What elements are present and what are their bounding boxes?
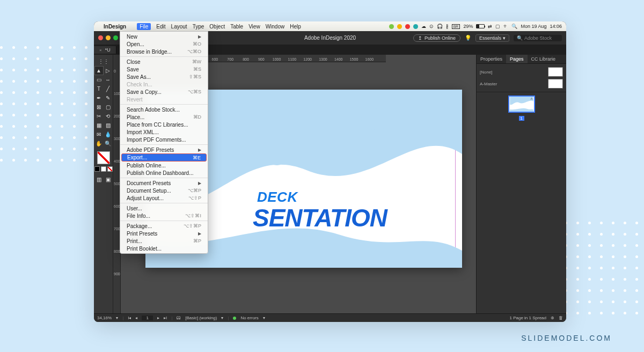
toolbox-handle-icon[interactable]: ⋮⋮ xyxy=(99,57,108,66)
spotlight-icon[interactable]: 🔍 xyxy=(511,24,517,29)
note-tool[interactable]: ✉ xyxy=(94,130,104,139)
menu-item-adjust-layout[interactable]: Adjust Layout...⌥⇧P xyxy=(120,194,208,202)
master-a-row[interactable]: A-Master xyxy=(480,78,563,90)
hand-tool[interactable]: ✋ xyxy=(94,139,104,148)
menu-item-file-info[interactable]: File Info...⌥⇧⌘I xyxy=(120,212,208,219)
statusbar: 34,16%▾ | I◂ ◂ 1 ▸ ▸I | 🕮 [Basic] (worki… xyxy=(94,313,566,322)
menu-item-new[interactable]: New▶ xyxy=(120,33,208,40)
pen-tool[interactable]: ✒ xyxy=(94,93,104,102)
tab-pages[interactable]: Pages xyxy=(506,55,528,63)
zoom-tool[interactable]: 🔍 xyxy=(104,139,113,148)
mac-menu-table[interactable]: Table xyxy=(230,24,243,30)
page-nav-input[interactable]: 1 xyxy=(142,316,152,320)
mac-menu-view[interactable]: View xyxy=(248,24,260,30)
gap-tool[interactable]: ↔ xyxy=(104,75,113,84)
menu-item-close[interactable]: Close⌘W xyxy=(120,58,208,65)
preflight-profile[interactable]: [Basic] (working) xyxy=(185,316,217,320)
trash-icon[interactable]: 🗑 xyxy=(559,316,563,320)
menu-item-search-adobe-stock[interactable]: Search Adobe Stock... xyxy=(120,106,208,113)
line-tool[interactable]: ╱ xyxy=(104,84,113,93)
apply-color-icon[interactable] xyxy=(94,166,100,172)
mac-menu-window[interactable]: Window xyxy=(266,24,285,30)
menu-item-place[interactable]: Place...⌘D xyxy=(120,113,208,121)
page-nav-prev-icon[interactable]: ◂ xyxy=(135,316,137,320)
fastswitch-icon[interactable]: ⇄ xyxy=(488,24,492,29)
fill-stroke-swatch[interactable] xyxy=(97,151,110,164)
menu-item-save[interactable]: Save⌘S xyxy=(120,65,208,73)
apply-none-icon[interactable] xyxy=(107,166,113,172)
page-tool[interactable]: ▭ xyxy=(94,75,104,84)
window-controls[interactable] xyxy=(98,35,118,40)
bluetooth-icon[interactable]: ∦ xyxy=(446,24,449,29)
menu-item-export[interactable]: Export...⌘E xyxy=(121,153,207,162)
menubar-date[interactable]: Mon 19 Aug xyxy=(521,24,546,29)
publish-online-button[interactable]: ↥Publish Online xyxy=(413,34,460,42)
menu-item-save-a-copy[interactable]: Save a Copy...⌥⌘S xyxy=(120,88,208,96)
language-badge[interactable]: BR xyxy=(452,24,460,29)
menu-item-document-presets[interactable]: Document Presets▶ xyxy=(120,179,208,187)
gradient-tool[interactable]: ▦ xyxy=(94,121,104,130)
preflight-errors[interactable]: No errors xyxy=(240,316,258,320)
selection-tool[interactable]: ▲ xyxy=(94,66,104,75)
mac-menu-help[interactable]: Help xyxy=(290,24,301,30)
workspace-select[interactable]: Essentials▾ xyxy=(475,34,509,42)
scissors-tool[interactable]: ✂ xyxy=(94,112,104,121)
document-tab-label: *U xyxy=(105,47,111,53)
menu-item-print-presets[interactable]: Print Presets▶ xyxy=(120,230,208,237)
pencil-tool[interactable]: ✎ xyxy=(104,93,113,102)
tab-properties[interactable]: Properties xyxy=(477,55,506,63)
wifi-icon[interactable]: ⊙ xyxy=(429,24,434,29)
mac-menu-type[interactable]: Type xyxy=(193,24,204,30)
eyedropper-tool[interactable]: 💧 xyxy=(104,130,113,139)
apply-gradient-icon[interactable] xyxy=(101,166,106,172)
zoom-level[interactable]: 34,16% xyxy=(97,316,112,320)
cloud-icon[interactable]: ☁ xyxy=(421,24,426,29)
headphones-icon[interactable]: 🎧 xyxy=(437,24,443,29)
page-thumbnail[interactable]: A xyxy=(508,96,535,113)
menu-item-publish-online-dashboard[interactable]: Publish Online Dashboard... xyxy=(120,169,208,177)
type-tool[interactable]: T xyxy=(94,84,104,93)
menu-item-print[interactable]: Print...⌘P xyxy=(120,237,208,245)
document-tab[interactable]: × *U xyxy=(94,46,116,54)
close-window-icon[interactable] xyxy=(98,35,103,40)
master-none-row[interactable]: [None] xyxy=(480,66,563,78)
menu-item-print-booklet[interactable]: Print Booklet... xyxy=(120,245,208,252)
mac-menu-edit[interactable]: Edit xyxy=(156,24,165,30)
wifi-icon[interactable]: ᯤ xyxy=(503,24,508,29)
menu-item-user[interactable]: User... xyxy=(120,204,208,212)
preflight-menu-icon[interactable]: 🕮 xyxy=(177,316,181,320)
menu-item-document-setup[interactable]: Document Setup...⌥⌘P xyxy=(120,187,208,194)
menu-item-place-from-cc-libraries[interactable]: Place from CC Libraries... xyxy=(120,121,208,128)
page-nav-last-icon[interactable]: ▸I xyxy=(164,316,167,320)
view-mode-normal[interactable]: ▥ xyxy=(94,175,104,184)
transform-tool[interactable]: ⟲ xyxy=(104,112,113,121)
stock-search-input[interactable]: 🔍Adobe Stock xyxy=(514,35,562,41)
rectangle-frame-tool[interactable]: ⊠ xyxy=(94,102,104,112)
view-mode-preview[interactable]: ▣ xyxy=(104,175,113,184)
rectangle-tool[interactable]: ▢ xyxy=(104,102,113,112)
page-number-badge[interactable]: 1 xyxy=(519,116,524,121)
menu-item-package[interactable]: Package...⌥⇧⌘P xyxy=(120,222,208,230)
page-nav-next-icon[interactable]: ▸ xyxy=(157,316,159,320)
close-tab-icon[interactable]: × xyxy=(99,48,102,53)
menu-item-publish-online[interactable]: Publish Online... xyxy=(120,162,208,169)
menu-item-save-as[interactable]: Save As...⇧⌘S xyxy=(120,73,208,80)
menu-item-adobe-pdf-presets[interactable]: Adobe PDF Presets▶ xyxy=(120,146,208,153)
gradient-feather-tool[interactable]: ▨ xyxy=(104,121,113,130)
zoom-window-icon[interactable] xyxy=(113,35,118,40)
tab-cc-libraries[interactable]: CC Librarie xyxy=(528,55,560,63)
menu-item-open[interactable]: Open...⌘O xyxy=(120,40,208,48)
airplay-icon[interactable]: ▢ xyxy=(495,24,500,29)
new-page-icon[interactable]: ⊕ xyxy=(551,316,554,320)
minimize-window-icon[interactable] xyxy=(106,35,111,40)
menu-item-browse-in-bridge[interactable]: Browse in Bridge...⌥⌘O xyxy=(120,48,208,55)
menu-item-import-xml[interactable]: Import XML... xyxy=(120,128,208,136)
mac-menu-file[interactable]: File xyxy=(137,23,151,30)
mac-menu-object[interactable]: Object xyxy=(209,24,225,30)
page-nav-first-icon[interactable]: I◂ xyxy=(128,316,131,320)
mac-menu-layout[interactable]: Layout xyxy=(171,24,187,30)
menubar-time[interactable]: 14:06 xyxy=(550,24,562,29)
lightbulb-icon[interactable]: 💡 xyxy=(465,35,471,41)
menu-item-import-pdf-comments[interactable]: Import PDF Comments... xyxy=(120,136,208,143)
direct-selection-tool[interactable]: ▷ xyxy=(104,66,113,75)
